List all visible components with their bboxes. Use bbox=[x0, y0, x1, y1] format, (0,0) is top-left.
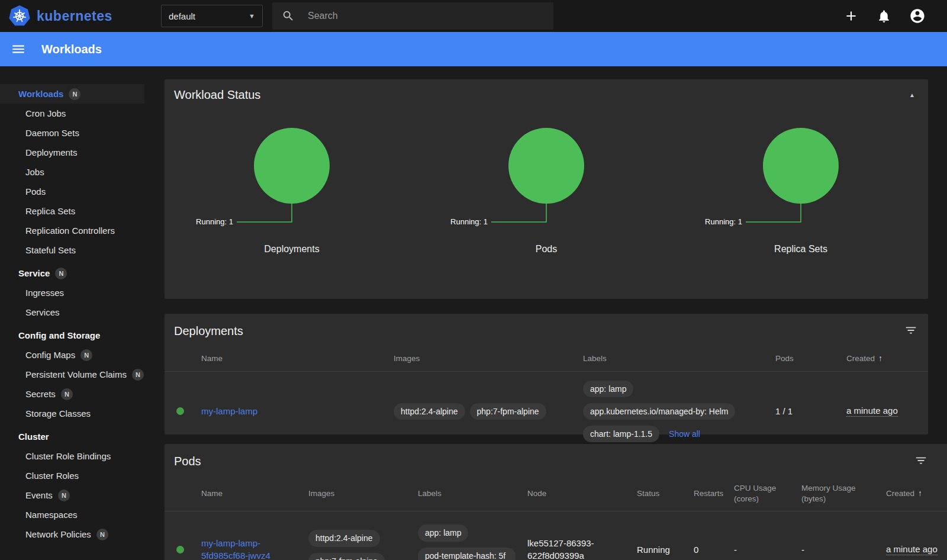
sidebar-item-cluster-role-bindings[interactable]: Cluster Role Bindings bbox=[0, 446, 154, 466]
menu-button[interactable] bbox=[11, 41, 26, 57]
user-account-button[interactable] bbox=[909, 8, 926, 24]
pie-chart: Running: 1 bbox=[419, 125, 674, 231]
column-header-name[interactable]: Name bbox=[201, 481, 308, 506]
table-header-spacer bbox=[165, 351, 201, 365]
pods-ratio: 1 / 1 bbox=[775, 406, 793, 416]
page-title: Workloads bbox=[41, 43, 102, 56]
show-all-link[interactable]: Show all bbox=[669, 429, 700, 439]
sidebar-item-secrets[interactable]: SecretsN bbox=[0, 384, 154, 404]
chart-title: Replica Sets bbox=[774, 244, 827, 255]
sidebar-item-pods[interactable]: Pods bbox=[0, 182, 154, 201]
filter-icon bbox=[904, 324, 917, 337]
brand-title: kubernetes bbox=[37, 8, 112, 24]
column-header-labels[interactable]: Labels bbox=[583, 346, 775, 371]
label-chip: app.kubernetes.io/managed-by: Helm bbox=[583, 403, 735, 420]
column-header-label: Pods bbox=[775, 354, 794, 363]
column-header-images[interactable]: Images bbox=[394, 346, 583, 371]
label-chip: pod-template-hash: 5fd985cf68 bbox=[418, 548, 516, 560]
cell-created: a minute ago bbox=[846, 372, 928, 452]
sidebar-item-label: Workloads bbox=[18, 89, 63, 99]
chart-callout-label: Running: 1 bbox=[450, 217, 488, 226]
column-header-label: Labels bbox=[583, 354, 607, 363]
sidebar-item-workloads[interactable]: WorkloadsN bbox=[0, 84, 144, 104]
sidebar-item-config-maps[interactable]: Config MapsN bbox=[0, 345, 154, 365]
column-header-created[interactable]: Created↑ bbox=[846, 346, 928, 371]
image-chip: php:7-fpm-alpine bbox=[470, 403, 546, 420]
sidebar-item-storage-classes[interactable]: Storage Classes bbox=[0, 404, 154, 423]
created-timestamp[interactable]: a minute ago bbox=[886, 544, 938, 555]
new-badge: N bbox=[80, 349, 92, 361]
column-header-created[interactable]: Created↑ bbox=[886, 481, 947, 506]
create-resource-button[interactable] bbox=[843, 8, 859, 24]
sidebar-item-namespaces[interactable]: Namespaces bbox=[0, 505, 154, 524]
new-badge: N bbox=[132, 369, 144, 381]
namespace-value: default bbox=[169, 11, 195, 21]
sidebar-item-cluster-roles[interactable]: Cluster Roles bbox=[0, 466, 154, 485]
cell-pods: 1 / 1 bbox=[775, 372, 846, 452]
cell-status: Running bbox=[637, 511, 694, 560]
sidebar-item-label: Deployments bbox=[25, 147, 78, 157]
label-line: app.kubernetes.io/managed-by: Helm bbox=[583, 401, 740, 421]
sidebar-item-service[interactable]: ServiceN bbox=[0, 263, 154, 283]
chart-callout-label: Running: 1 bbox=[196, 217, 233, 226]
column-header-restarts[interactable]: Restarts bbox=[694, 481, 734, 506]
collapse-card-button[interactable]: ▲ bbox=[906, 89, 919, 101]
sidebar-item-label: Stateful Sets bbox=[25, 245, 76, 255]
pod-restarts: 0 bbox=[694, 545, 698, 555]
chart-callout-label: Running: 1 bbox=[705, 217, 742, 226]
pie-chart: Running: 1 bbox=[165, 125, 419, 231]
account-icon bbox=[909, 8, 926, 24]
bell-icon bbox=[877, 9, 891, 24]
sidebar-item-label: Cron Jobs bbox=[25, 108, 66, 118]
image-line: php:7-fpm-alpine bbox=[308, 551, 389, 560]
sidebar-item-label: Pods bbox=[25, 186, 46, 197]
search-input[interactable] bbox=[308, 11, 521, 21]
column-header-pods[interactable]: Pods bbox=[775, 346, 846, 371]
cell-cpu_usage: - bbox=[734, 511, 801, 560]
sidebar-item-label: Secrets bbox=[25, 389, 56, 399]
column-header-cpu-usage-cores[interactable]: CPU Usage (cores) bbox=[734, 476, 801, 511]
pod-link[interactable]: my-lamp-lamp-5fd985cf68-jwvz4 bbox=[201, 538, 296, 560]
new-badge: N bbox=[61, 388, 73, 400]
sidebar-item-events[interactable]: EventsN bbox=[0, 485, 154, 505]
column-header-labels[interactable]: Labels bbox=[418, 481, 527, 506]
global-search[interactable] bbox=[272, 2, 553, 30]
column-header-node[interactable]: Node bbox=[527, 481, 637, 506]
filter-icon bbox=[914, 454, 927, 467]
filter-deployments-button[interactable] bbox=[903, 323, 919, 340]
sidebar-item-cron-jobs[interactable]: Cron Jobs bbox=[0, 104, 154, 123]
sidebar-item-daemon-sets[interactable]: Daemon Sets bbox=[0, 123, 154, 143]
new-badge: N bbox=[58, 490, 70, 501]
sidebar-item-config-and-storage[interactable]: Config and Storage bbox=[0, 326, 154, 345]
column-header-status[interactable]: Status bbox=[637, 481, 694, 506]
column-header-label: Status bbox=[637, 489, 659, 498]
sidebar-item-label: Jobs bbox=[25, 167, 44, 177]
sidebar-item-cluster[interactable]: Cluster bbox=[0, 427, 154, 446]
filter-pods-button[interactable] bbox=[913, 453, 929, 470]
sidebar-item-persistent-volume-claims[interactable]: Persistent Volume ClaimsN bbox=[0, 365, 154, 384]
sidebar-item-ingresses[interactable]: Ingresses bbox=[0, 283, 154, 302]
sidebar-item-label: Config and Storage bbox=[18, 330, 100, 340]
sidebar-item-network-policies[interactable]: Network PoliciesN bbox=[0, 524, 154, 544]
status-running-icon bbox=[176, 407, 184, 415]
chart-title: Deployments bbox=[264, 244, 319, 255]
sidebar-item-jobs[interactable]: Jobs bbox=[0, 162, 154, 182]
created-timestamp[interactable]: a minute ago bbox=[846, 405, 898, 417]
sidebar-item-replica-sets[interactable]: Replica Sets bbox=[0, 201, 154, 221]
deployment-link[interactable]: my-lamp-lamp bbox=[201, 405, 257, 417]
sidebar-item-deployments[interactable]: Deployments bbox=[0, 143, 154, 162]
sidebar-item-services[interactable]: Services bbox=[0, 302, 154, 322]
sidebar-item-stateful-sets[interactable]: Stateful Sets bbox=[0, 240, 154, 260]
image-line: httpd:2.4-alpine bbox=[308, 528, 385, 548]
column-header-name[interactable]: Name bbox=[201, 346, 394, 371]
namespace-selector[interactable]: default ▼ bbox=[161, 5, 263, 27]
column-header-images[interactable]: Images bbox=[308, 481, 418, 506]
kubernetes-logo[interactable]: kubernetes bbox=[0, 5, 161, 27]
notifications-button[interactable] bbox=[877, 9, 891, 24]
image-chip: php:7-fpm-alpine bbox=[308, 553, 385, 560]
sidebar-item-label: Events bbox=[25, 490, 53, 500]
sidebar-item-replication-controllers[interactable]: Replication Controllers bbox=[0, 221, 154, 240]
sidebar-item-label: Replica Sets bbox=[25, 206, 75, 216]
sidebar-item-label: Ingresses bbox=[25, 288, 64, 298]
column-header-memory-usage-bytes[interactable]: Memory Usage (bytes) bbox=[801, 476, 886, 511]
